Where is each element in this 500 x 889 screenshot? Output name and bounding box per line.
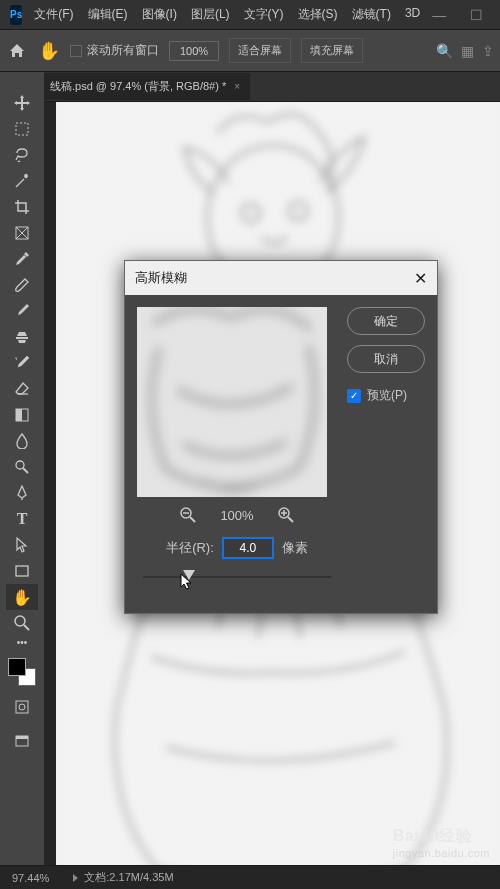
zoom-out-icon[interactable] [180, 507, 196, 523]
svg-rect-8 [16, 566, 28, 576]
marquee-tool[interactable] [6, 116, 38, 142]
watermark-main: Baidli经验 [393, 827, 473, 844]
path-selection-tool[interactable] [6, 532, 38, 558]
preview-thumbnail[interactable] [137, 307, 327, 497]
checkbox-checked-icon: ✓ [347, 389, 361, 403]
menu-file[interactable]: 文件(F) [28, 2, 79, 27]
options-bar: ✋ 滚动所有窗口 100% 适合屏幕 填充屏幕 🔍 ▦ ⇪ [0, 30, 500, 72]
lasso-tool[interactable] [6, 142, 38, 168]
preview-label: 预览(P) [367, 387, 407, 404]
app-logo: Ps [10, 5, 22, 25]
gradient-tool[interactable] [6, 402, 38, 428]
svg-point-7 [16, 461, 24, 469]
svg-rect-0 [16, 123, 28, 135]
fill-screen-button[interactable]: 填充屏幕 [301, 38, 363, 63]
menu-layer[interactable]: 图层(L) [185, 2, 236, 27]
dialog-left-column: 100% 半径(R): 像素 [137, 307, 337, 601]
svg-line-10 [24, 625, 29, 630]
edit-toolbar[interactable]: ••• [6, 636, 38, 648]
color-swatches[interactable] [8, 658, 36, 686]
eraser-tool[interactable] [6, 376, 38, 402]
menu-3d[interactable]: 3D [399, 2, 426, 27]
dialog-body: 100% 半径(R): 像素 确定 取消 ✓ 预览(P) [125, 295, 437, 613]
status-bar: 97.44% 文档:2.17M/4.35M [0, 865, 500, 889]
radius-slider[interactable] [137, 569, 337, 585]
tab-label: 线稿.psd @ 97.4% (背景, RGB/8#) * [50, 79, 226, 94]
watermark: Baidli经验 jingyan.baidu.com [393, 826, 490, 859]
preview-artwork [137, 307, 327, 497]
dialog-title: 高斯模糊 [135, 269, 187, 287]
checkbox-icon [70, 45, 82, 57]
type-tool[interactable]: T [6, 506, 38, 532]
document-tabs: 线稿.psd @ 97.4% (背景, RGB/8#) * × [0, 72, 500, 102]
eyedropper-tool[interactable] [6, 246, 38, 272]
cancel-button[interactable]: 取消 [347, 345, 425, 373]
screen-mode-toggle[interactable] [6, 728, 38, 754]
window-controls: — ☐ ✕ [426, 5, 500, 25]
status-doc-size[interactable]: 文档:2.17M/4.35M [73, 870, 173, 885]
title-bar: Ps 文件(F) 编辑(E) 图像(I) 图层(L) 文字(Y) 选择(S) 滤… [0, 0, 500, 30]
maximize-button[interactable]: ☐ [464, 5, 489, 25]
preview-zoom-controls: 100% [137, 507, 337, 523]
brush-tool[interactable] [6, 298, 38, 324]
layout-icon[interactable]: ▦ [461, 43, 474, 59]
menu-select[interactable]: 选择(S) [292, 2, 344, 27]
menu-type[interactable]: 文字(Y) [238, 2, 290, 27]
svg-line-22 [190, 517, 195, 522]
quick-mask-toggle[interactable] [6, 694, 38, 720]
blur-tool[interactable] [6, 428, 38, 454]
hand-tool-icon[interactable]: ✋ [38, 40, 60, 62]
rectangle-tool[interactable] [6, 558, 38, 584]
ok-button[interactable]: 确定 [347, 307, 425, 335]
scroll-all-windows-checkbox[interactable]: 滚动所有窗口 [70, 42, 159, 59]
dialog-close-button[interactable]: ✕ [414, 269, 427, 288]
gaussian-blur-dialog: 高斯模糊 ✕ 100% [124, 260, 438, 614]
radius-row: 半径(R): 像素 [137, 537, 337, 559]
options-right-icons: 🔍 ▦ ⇪ [436, 43, 494, 59]
move-tool[interactable] [6, 90, 38, 116]
dialog-titlebar[interactable]: 高斯模糊 ✕ [125, 261, 437, 295]
frame-tool[interactable] [6, 220, 38, 246]
svg-rect-6 [16, 409, 22, 421]
zoom-percent-field[interactable]: 100% [169, 41, 219, 61]
svg-point-12 [19, 704, 25, 710]
menu-filter[interactable]: 滤镜(T) [346, 2, 397, 27]
dialog-buttons: 确定 取消 ✓ 预览(P) [347, 307, 425, 601]
menu-edit[interactable]: 编辑(E) [82, 2, 134, 27]
svg-rect-14 [16, 736, 28, 739]
search-icon[interactable]: 🔍 [436, 43, 453, 59]
slider-track [143, 576, 331, 578]
healing-brush-tool[interactable] [6, 272, 38, 298]
foreground-color-swatch[interactable] [8, 658, 26, 676]
document-tab[interactable]: 线稿.psd @ 97.4% (背景, RGB/8#) * × [40, 73, 250, 100]
zoom-in-icon[interactable] [278, 507, 294, 523]
status-zoom[interactable]: 97.44% [12, 872, 49, 884]
magic-wand-tool[interactable] [6, 168, 38, 194]
hand-tool[interactable]: ✋ [6, 584, 38, 610]
watermark-sub: jingyan.baidu.com [393, 847, 490, 859]
fit-screen-button[interactable]: 适合屏幕 [229, 38, 291, 63]
svg-rect-11 [16, 701, 28, 713]
clone-stamp-tool[interactable] [6, 324, 38, 350]
crop-tool[interactable] [6, 194, 38, 220]
radius-label: 半径(R): [166, 539, 214, 557]
history-brush-tool[interactable] [6, 350, 38, 376]
minimize-button[interactable]: — [426, 5, 452, 25]
share-icon[interactable]: ⇪ [482, 43, 494, 59]
main-menu: 文件(F) 编辑(E) 图像(I) 图层(L) 文字(Y) 选择(S) 滤镜(T… [28, 2, 426, 27]
home-icon[interactable] [6, 41, 28, 61]
svg-line-26 [288, 517, 293, 522]
radius-unit: 像素 [282, 539, 308, 557]
tools-panel: T ✋ ••• [0, 72, 44, 865]
scroll-all-windows-label: 滚动所有窗口 [87, 42, 159, 59]
radius-input[interactable] [222, 537, 274, 559]
preview-checkbox[interactable]: ✓ 预览(P) [347, 387, 425, 404]
cursor-icon [180, 573, 194, 591]
preview-zoom-value: 100% [220, 508, 253, 523]
tab-close-icon[interactable]: × [234, 81, 240, 92]
svg-point-9 [15, 616, 25, 626]
menu-image[interactable]: 图像(I) [136, 2, 183, 27]
dodge-tool[interactable] [6, 454, 38, 480]
zoom-tool[interactable] [6, 610, 38, 636]
pen-tool[interactable] [6, 480, 38, 506]
